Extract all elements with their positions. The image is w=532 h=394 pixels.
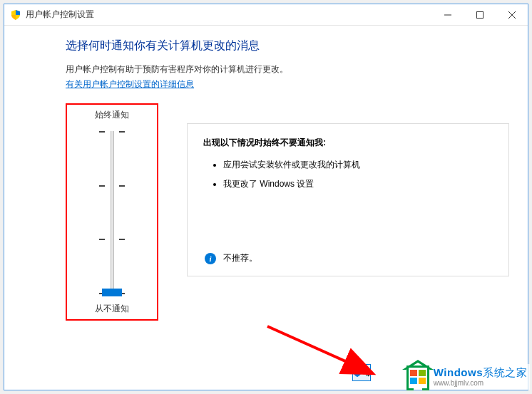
watermark: Windows系统之家 www.bjjmlv.com: [404, 364, 530, 390]
uac-shield-icon: [352, 368, 362, 378]
info-icon: i: [205, 253, 216, 264]
slider-track-wrap: [67, 121, 157, 303]
main-row: 始终通知 从不通知 出现以下情况时始终不要通知我: 应用尝试安装软件或更改我的计…: [66, 103, 512, 321]
ok-button-label: 确: [365, 367, 371, 379]
maximize-button[interactable]: [464, 4, 496, 26]
slider-tick: [99, 239, 125, 239]
more-info-link[interactable]: 有关用户帐户控制设置的详细信息: [66, 78, 194, 90]
titlebar: 用户帐户控制设置: [4, 4, 528, 26]
svg-rect-1: [476, 11, 483, 18]
window-title: 用户帐户控制设置: [26, 9, 94, 21]
page-description: 用户帐户控制有助于预防有害程序对你的计算机进行更改。: [66, 63, 512, 76]
minimize-button[interactable]: [431, 4, 464, 26]
info-bullet: 我更改了 Windows 设置: [223, 178, 493, 190]
info-list: 应用尝试安装软件或更改我的计算机 我更改了 Windows 设置: [203, 159, 493, 190]
content-area: 选择何时通知你有关计算机更改的消息 用户帐户控制有助于预防有害程序对你的计算机进…: [4, 26, 528, 328]
info-heading: 出现以下情况时始终不要通知我:: [203, 137, 493, 149]
watermark-line2: www.bjjmlv.com: [434, 379, 527, 387]
info-panel: 出现以下情况时始终不要通知我: 应用尝试安装软件或更改我的计算机 我更改了 Wi…: [187, 123, 509, 276]
slider-thumb[interactable]: [102, 289, 122, 296]
slider-bottom-label: 从不通知: [95, 303, 129, 315]
page-heading: 选择何时通知你有关计算机更改的消息: [66, 38, 512, 53]
notification-slider[interactable]: [111, 131, 114, 293]
notification-slider-box: 始终通知 从不通知: [66, 103, 158, 321]
close-button[interactable]: [496, 4, 528, 26]
watermark-logo-icon: [406, 366, 429, 388]
recommendation-text: 不推荐。: [223, 252, 257, 264]
slider-top-label: 始终通知: [95, 109, 129, 121]
watermark-line1: Windows系统之家: [434, 367, 527, 379]
info-bullet: 应用尝试安装软件或更改我的计算机: [223, 159, 493, 171]
recommendation-row: i 不推荐。: [205, 252, 257, 264]
uac-shield-icon: [10, 9, 21, 21]
slider-tick: [99, 185, 125, 186]
uac-settings-window: 用户帐户控制设置 选择何时通知你有关计算机更改的消息 用户帐户控制有助于预防有害…: [4, 4, 528, 390]
ok-button[interactable]: 确: [352, 364, 371, 381]
slider-tick: [99, 131, 125, 132]
